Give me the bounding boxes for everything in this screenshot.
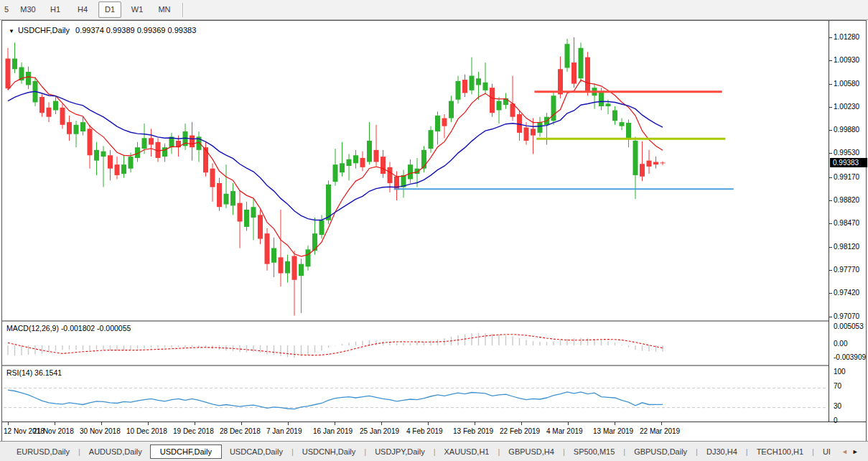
candle <box>101 146 106 187</box>
candle <box>531 118 536 154</box>
candle <box>347 154 352 180</box>
time-axis-label: 28 Dec 2018 <box>220 427 261 435</box>
tab-separator: | <box>623 447 625 456</box>
chart-tab-usdcnh[interactable]: USDCNH,Daily <box>294 445 364 458</box>
candle <box>653 157 658 169</box>
candle <box>381 150 386 178</box>
timeframe-toolbar: 5M30H1H4D1W1MN <box>0 0 868 20</box>
chart-tab-usdcad[interactable]: USDCAD,Daily <box>222 445 291 458</box>
candle <box>88 125 93 169</box>
tab-separator: | <box>812 447 814 456</box>
time-axis-label: 22 Mar 2019 <box>640 427 680 435</box>
macd-signal-line <box>8 335 663 355</box>
tab-scroll-right-icon[interactable]: ► <box>852 448 859 455</box>
chart-tab-usdchf[interactable]: USDCHF,Daily <box>150 444 222 459</box>
chart-tab-gbpusd[interactable]: GBPUSD,H4 <box>500 445 562 458</box>
candle <box>510 76 515 121</box>
candle <box>115 157 120 179</box>
rsi-pane: RSI(14) 36.1541 <box>2 365 829 423</box>
rsi-axis-label: 70 <box>834 382 841 390</box>
price-axis-label: 0.97770 <box>834 266 859 274</box>
tab-scroll-arrows: ◄► <box>841 448 859 455</box>
chart-tab-tech100[interactable]: TECH100,H1 <box>749 445 811 458</box>
price-axis-label: 0.99530 <box>834 149 859 157</box>
symbol-dropdown-icon[interactable]: ▼ <box>9 28 14 34</box>
candle <box>503 93 508 109</box>
timeframe-button-h1[interactable]: H1 <box>44 1 67 18</box>
time-axis-tick <box>568 422 569 425</box>
candle <box>544 113 549 144</box>
time-axis-label: 10 Dec 2018 <box>126 427 167 435</box>
price-axis-label: 1.00230 <box>834 103 859 111</box>
toolbar-separator <box>182 3 184 17</box>
time-axis-label: 4 Mar 2019 <box>546 427 583 435</box>
chart-tab-ui[interactable]: UI <box>815 445 839 458</box>
time-axis[interactable]: 12 Nov 201821 Nov 201830 Nov 201810 Dec … <box>2 422 866 441</box>
candle <box>408 159 413 183</box>
candle <box>67 116 72 141</box>
candle <box>579 42 584 82</box>
chart-tab-usdjpy[interactable]: USDJPY,Daily <box>367 445 433 458</box>
candle <box>190 122 195 161</box>
chart-tab-gbpusd[interactable]: GBPUSD,Daily <box>626 445 695 458</box>
timeframe-button-5[interactable]: 5 <box>1 1 12 18</box>
candle <box>53 97 58 114</box>
time-axis-tick <box>195 422 195 425</box>
price-axis-tick <box>829 37 832 38</box>
candle <box>244 202 249 231</box>
price-axis-label: 0.98470 <box>834 219 859 227</box>
time-axis-tick <box>8 422 9 425</box>
timeframe-button-h4[interactable]: H4 <box>71 1 94 18</box>
price-axis-tick <box>829 200 832 201</box>
candle <box>551 92 556 125</box>
chart-tab-xauusd[interactable]: XAUUSD,H1 <box>437 445 498 458</box>
timeframe-button-w1[interactable]: W1 <box>126 1 149 18</box>
price-chart-canvas[interactable] <box>2 21 829 320</box>
candle <box>612 106 617 125</box>
candle <box>592 84 597 109</box>
candle <box>442 114 447 138</box>
candle <box>449 96 454 122</box>
chart-symbol-label: USDCHF,Daily <box>18 26 70 34</box>
candle <box>517 111 522 141</box>
macd-pane: MACD(12,26,9) -0.001802 -0.000055 <box>2 320 829 365</box>
candle <box>80 117 85 136</box>
candle <box>319 215 325 238</box>
candle <box>538 117 543 137</box>
price-axis[interactable]: 1.012801.009301.005801.002300.998800.995… <box>829 21 866 422</box>
candle <box>435 111 440 144</box>
candle <box>429 126 434 153</box>
candle <box>285 255 290 283</box>
tab-separator: | <box>434 447 436 456</box>
timeframe-button-d1[interactable]: D1 <box>98 1 121 18</box>
candle <box>217 178 222 211</box>
chart-tab-sp500[interactable]: SP500,M15 <box>566 445 622 458</box>
chart-tab-bar: EURUSD,Daily|AUDUSD,DailyUSDCHF,DailyUSD… <box>0 441 868 461</box>
candle <box>353 150 358 169</box>
time-axis-label: 30 Nov 2018 <box>80 427 121 435</box>
candle <box>661 162 666 166</box>
time-axis-label: 7 Jan 2019 <box>266 427 302 435</box>
price-axis-label: 1.00930 <box>834 56 859 64</box>
candle <box>47 102 52 122</box>
time-axis-label: 13 Feb 2019 <box>453 427 493 435</box>
tab-scroll-left-icon[interactable]: ◄ <box>841 448 848 455</box>
tab-separator: | <box>563 447 565 456</box>
time-axis-tick <box>241 422 242 425</box>
candle <box>251 199 256 240</box>
rsi-axis-label: 100 <box>834 368 846 376</box>
price-axis-tick <box>829 107 832 108</box>
timeframe-button-mn[interactable]: MN <box>153 1 176 18</box>
chart-title: ▼USDCHF,Daily0.99374 0.99389 0.99369 0.9… <box>9 26 196 34</box>
time-axis-label: 21 Nov 2018 <box>33 427 74 435</box>
chart-tab-eurusd[interactable]: EURUSD,Daily <box>9 445 78 458</box>
chart-tab-audusd[interactable]: AUDUSD,Daily <box>81 445 150 458</box>
price-pane: ▼USDCHF,Daily0.99374 0.99389 0.99369 0.9… <box>2 21 829 320</box>
candle <box>340 142 345 177</box>
timeframe-button-m30[interactable]: M30 <box>17 1 39 18</box>
price-axis-tick <box>829 223 832 224</box>
rsi-canvas[interactable] <box>2 366 829 423</box>
chart-tab-dj30[interactable]: DJ30,H4 <box>699 445 745 458</box>
candle <box>401 170 406 198</box>
price-axis-tick <box>829 247 832 248</box>
